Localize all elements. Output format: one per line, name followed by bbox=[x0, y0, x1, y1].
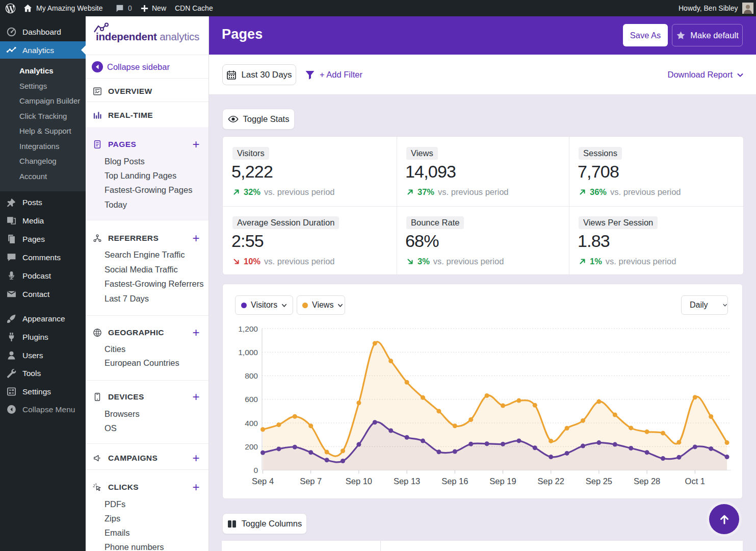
svg-text:400: 400 bbox=[245, 419, 258, 428]
svg-text:1,000: 1,000 bbox=[238, 348, 258, 357]
svg-text:1,200: 1,200 bbox=[238, 324, 258, 333]
svg-text:Sep 10: Sep 10 bbox=[346, 477, 372, 486]
svg-text:200: 200 bbox=[245, 442, 258, 451]
svg-text:Sep 28: Sep 28 bbox=[634, 477, 660, 486]
svg-text:Sep 16: Sep 16 bbox=[441, 477, 468, 486]
svg-text:Oct 1: Oct 1 bbox=[685, 477, 705, 486]
svg-text:Sep 7: Sep 7 bbox=[300, 477, 322, 486]
svg-text:600: 600 bbox=[245, 395, 258, 404]
svg-text:0: 0 bbox=[253, 466, 258, 474]
svg-text:Sep 19: Sep 19 bbox=[489, 477, 516, 486]
svg-text:Sep 25: Sep 25 bbox=[586, 477, 612, 486]
svg-text:Sep 22: Sep 22 bbox=[538, 477, 564, 486]
svg-text:800: 800 bbox=[245, 371, 258, 380]
svg-text:Sep 4: Sep 4 bbox=[252, 477, 274, 486]
svg-text:Sep 13: Sep 13 bbox=[394, 477, 420, 486]
